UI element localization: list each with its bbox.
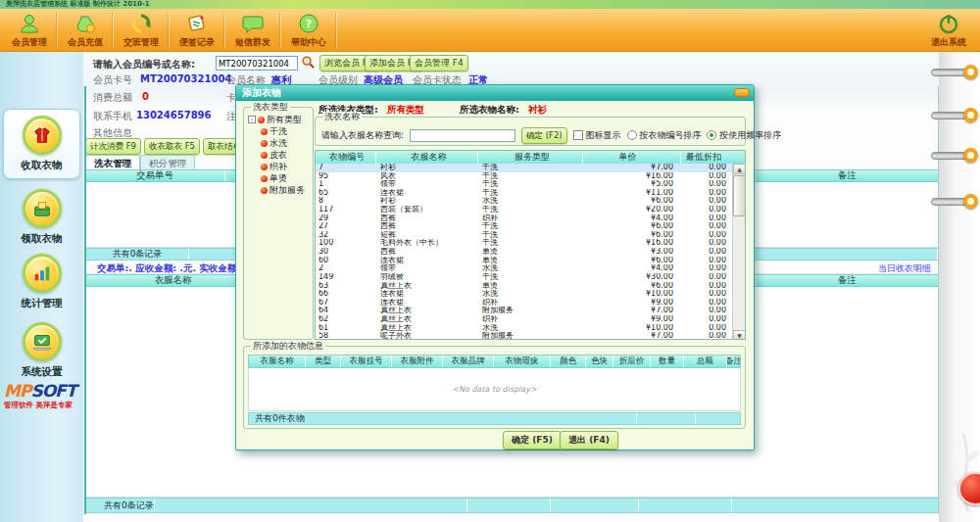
- scroll-thumb[interactable]: [733, 175, 746, 216]
- col-trade-no: 交易单号: [85, 170, 225, 181]
- tree-node[interactable]: 水洗: [261, 137, 311, 149]
- dialog-close-icon[interactable]: [734, 88, 750, 97]
- toolbar-sms-broadcast[interactable]: 短信群发: [225, 9, 280, 52]
- clothing-cell: 0.00: [681, 324, 730, 333]
- added-table-empty: <No data to display>: [248, 368, 741, 411]
- scroll-down-icon[interactable]: ▼: [733, 330, 746, 340]
- clothing-row[interactable]: 67连衣裙织补¥9.000.00: [316, 299, 733, 308]
- clothing-row[interactable]: 66连衣裙水洗¥10.000.00: [316, 290, 733, 299]
- clothing-row[interactable]: 30西裤单烫¥3.000.00: [316, 248, 733, 257]
- member-search-input[interactable]: [216, 56, 298, 71]
- tree-collapse-icon[interactable]: -: [248, 116, 256, 123]
- tree-node[interactable]: 附加服务: [261, 184, 311, 196]
- search-label: 请输入会员编号或名称:: [93, 58, 195, 71]
- clothing-cell: 真丝上衣: [376, 307, 478, 315]
- clothing-row[interactable]: 149羽绒被干洗¥30.000.00: [316, 273, 733, 282]
- tree-root[interactable]: - 所有类型: [248, 114, 311, 125]
- clothing-cell: 单烫: [478, 282, 583, 291]
- clothing-cell: 0.00: [681, 197, 730, 206]
- col-note: 备注: [757, 170, 938, 181]
- binder-ring: [931, 194, 978, 209]
- clothing-row[interactable]: 95风衣干洗¥16.000.00: [316, 172, 733, 181]
- sidebar-item-system-settings[interactable]: 系统设置: [3, 322, 80, 379]
- clothing-row[interactable]: 65连衣裙干洗¥11.000.00: [316, 189, 733, 198]
- clothing-row[interactable]: 117西装（套装）干洗¥20.000.00: [316, 206, 733, 214]
- search-icon[interactable]: [301, 55, 316, 70]
- clothing-cell: 干洗: [478, 172, 583, 181]
- clothing-cell: 衬衫: [376, 164, 478, 172]
- sidebar-item-pickup-clothes[interactable]: 领取衣物: [3, 189, 80, 246]
- tree-node[interactable]: 单烫: [261, 172, 311, 184]
- clothing-table-scrollbar[interactable]: ▲ ▼: [732, 164, 745, 340]
- clothing-row[interactable]: 100毛料外衣（中长）干洗¥16.000.00: [316, 239, 733, 248]
- tree-node-icon: [261, 187, 268, 194]
- clothing-cell: 连衣裙: [376, 189, 478, 198]
- clothing-row[interactable]: 62真丝上衣织补¥9.000.00: [316, 315, 733, 324]
- clothing-cell: 0.00: [681, 206, 730, 214]
- added-clothing-groupbox: 所添加的衣物信息 衣服名称类型衣服挂号衣服附件衣服品牌衣物瑕疵颜色色块折后价数量…: [243, 346, 746, 429]
- tree-node[interactable]: 皮衣: [261, 149, 311, 161]
- scroll-up-icon[interactable]: ▲: [733, 164, 746, 174]
- sort-by-freq-option[interactable]: 按使用频率排序: [707, 129, 781, 142]
- clothing-cell: 62: [316, 315, 376, 324]
- clothing-cell: 8: [316, 197, 376, 206]
- status-segment: [696, 413, 740, 424]
- sidebar: 收取衣物 领取衣物 统计管理 系统设置 MPSOFT 管理软件 美萍是专家: [0, 52, 83, 522]
- note-icon: [185, 11, 209, 36]
- clothing-cell: ¥10.00: [583, 290, 681, 299]
- notebook-edge: [939, 52, 980, 522]
- clothing-row[interactable]: 64真丝上衣附加服务¥7.000.00: [316, 307, 733, 315]
- radio-icon[interactable]: [627, 130, 637, 140]
- clothing-row[interactable]: 32短裤干洗¥6.000.00: [316, 231, 733, 240]
- icon-display-option[interactable]: 图标显示: [573, 129, 621, 142]
- col-service-type: 服务类型: [478, 151, 583, 164]
- member-manage-button[interactable]: 会员管理 F4: [410, 55, 468, 71]
- bottom-record-count: 共有0条记录: [86, 498, 155, 512]
- sidebar-item-statistics[interactable]: 统计管理: [3, 254, 80, 310]
- col-unit-price: 单价: [583, 151, 681, 164]
- col-clothing-name: 衣服名称: [376, 151, 478, 164]
- tree-node[interactable]: 干洗: [261, 125, 311, 137]
- dialog-ok-button[interactable]: 确定 (F5): [503, 431, 562, 450]
- dialog-exit-button[interactable]: 退出 (F4): [560, 431, 618, 450]
- clothing-row[interactable]: 8衬衫水洗¥6.000.00: [316, 197, 733, 206]
- clothing-row[interactable]: 1领带干洗¥5.000.00: [316, 180, 733, 189]
- clothing-row[interactable]: 2领带水洗¥4.000.00: [316, 264, 733, 273]
- checkbox-icon[interactable]: [573, 130, 583, 140]
- toolbar-help-center[interactable]: ? 帮助中心: [281, 9, 336, 52]
- clothing-cell: 95: [316, 172, 376, 181]
- clothes-name-query-input[interactable]: [410, 129, 515, 142]
- radio-selected-icon[interactable]: [707, 130, 716, 140]
- clothing-row[interactable]: 63真丝上衣单烫¥6.000.00: [316, 282, 733, 291]
- clothing-row[interactable]: 60连衣裙单烫¥6.000.00: [316, 257, 733, 265]
- clothing-cell: 水洗: [478, 290, 583, 299]
- binder-ring: [931, 148, 978, 163]
- toolbar-member-recharge[interactable]: 会员充值: [58, 9, 113, 52]
- sidebar-item-receive-clothes[interactable]: 收取衣物: [3, 109, 80, 179]
- toolbar-shift-manage[interactable]: 交班管理: [114, 9, 169, 52]
- clothing-cell: 干洗: [478, 206, 583, 214]
- clothing-cell: 0.00: [681, 290, 730, 299]
- receive-pickup-button[interactable]: 收衣取衣 F5: [144, 138, 200, 155]
- clothing-row[interactable]: 58呢子外衣附加服务¥7.000.00: [316, 332, 733, 340]
- clothing-row[interactable]: 27西裤干洗¥6.000.00: [316, 222, 733, 231]
- clothing-cell: 西裤: [376, 214, 478, 223]
- toolbar-member-manage[interactable]: 会员管理: [2, 9, 57, 52]
- toolbar-note-record[interactable]: 便签记录: [170, 9, 224, 52]
- added-col-header: 衣服名称: [249, 356, 306, 367]
- tree-node[interactable]: 织补: [261, 161, 311, 172]
- clothing-cell: 衬衫: [376, 197, 478, 206]
- query-confirm-button[interactable]: 确定 (F2): [521, 127, 567, 144]
- exit-system-button[interactable]: 退出系统: [919, 9, 978, 52]
- trade-record-count: 共有0条记录: [86, 249, 189, 260]
- sort-by-code-option[interactable]: 按衣物编号排序: [627, 129, 702, 142]
- clothing-cell: ¥30.00: [583, 273, 681, 282]
- tree-node-icon: [261, 140, 268, 147]
- app-window: 美萍洗衣店管理系统 标准版 制作设计 2010-1 会员管理 会员充值 交班管理: [0, 0, 980, 522]
- clothing-row[interactable]: 7衬衫干洗¥7.000.00: [316, 164, 733, 172]
- clothing-row[interactable]: 61真丝上衣水洗¥10.000.00: [316, 324, 733, 333]
- clothing-row[interactable]: 29西裤织补¥4.000.00: [316, 214, 733, 223]
- count-consume-button[interactable]: 计次消费 F9: [85, 138, 141, 155]
- clothing-cell: 毛料外衣（中长）: [376, 239, 478, 248]
- added-col-header: 衣服附件: [392, 356, 443, 367]
